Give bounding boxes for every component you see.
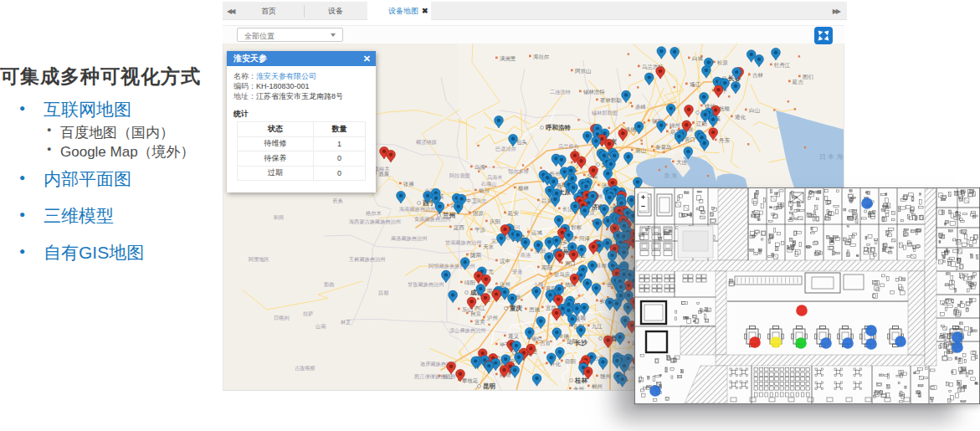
svg-text:运城: 运城	[531, 229, 542, 235]
svg-text:乌海市: 乌海市	[487, 174, 503, 181]
svg-text:白山: 白山	[749, 107, 760, 113]
svg-text:松原: 松原	[717, 59, 728, 65]
svg-text:营口: 营口	[685, 136, 695, 143]
svg-text:图们: 图们	[803, 74, 813, 80]
svg-text:锡林郭勒盟: 锡林郭勒盟	[591, 110, 618, 116]
svg-text:吴忠: 吴忠	[476, 198, 487, 203]
svg-text:赣州: 赣州	[600, 373, 611, 379]
svg-text:泸州: 泸州	[487, 315, 498, 321]
svg-text:吉首: 吉首	[540, 340, 551, 346]
svg-text:林芝: 林芝	[340, 319, 351, 326]
svg-text:天水: 天水	[483, 244, 494, 249]
svg-text:银川: 银川	[478, 187, 490, 193]
svg-text:吉林: 吉林	[752, 72, 763, 79]
svg-text:唐山: 唐山	[635, 147, 646, 154]
svg-text:汉中: 汉中	[500, 258, 511, 264]
svg-text:阿尔山: 阿尔山	[575, 68, 592, 74]
svg-text:阿拉善盟: 阿拉善盟	[449, 172, 470, 179]
svg-text:昌都: 昌都	[378, 290, 388, 296]
svg-text:酒泉: 酒泉	[378, 171, 389, 177]
svg-text:平凉: 平凉	[475, 227, 485, 233]
svg-text:秦皇岛: 秦皇岛	[655, 144, 671, 150]
svg-text:日 本 海: 日 本 海	[819, 153, 843, 161]
svg-text:海拉尔: 海拉尔	[533, 54, 550, 60]
svg-text:南阳: 南阳	[541, 264, 552, 271]
svg-text:凉山彝族自治州: 凉山彝族自治州	[449, 327, 485, 334]
svg-text:邯郸: 邯郸	[571, 224, 582, 230]
svg-text:巴彦淖尔: 巴彦淖尔	[495, 146, 517, 152]
svg-text:郴州: 郴州	[592, 383, 603, 389]
svg-text:丹东: 丹东	[719, 137, 730, 144]
svg-text:渤 海: 渤 海	[664, 172, 677, 179]
svg-text:海南藏族自治州: 海南藏族自治州	[399, 206, 435, 213]
svg-text:乌兰察布: 乌兰察布	[558, 143, 579, 149]
svg-text:若羌: 若羌	[332, 198, 343, 204]
svg-text:大理: 大理	[448, 390, 459, 391]
svg-text:白城: 白城	[692, 55, 703, 61]
svg-text:绵阳: 绵阳	[464, 280, 475, 286]
svg-text:大连: 大连	[676, 159, 687, 166]
svg-text:延吉: 延吉	[792, 79, 803, 85]
svg-text:玉树藏族自治州: 玉树藏族自治州	[348, 256, 385, 263]
svg-text:达州: 达州	[500, 281, 511, 287]
svg-text:张掖: 张掖	[403, 181, 414, 187]
svg-text:定西: 定西	[454, 224, 464, 231]
svg-text:果洛藏族自治州: 果洛藏族自治州	[391, 235, 427, 242]
svg-text:石嘴山: 石嘴山	[480, 181, 497, 187]
svg-text:榆林: 榆林	[518, 185, 529, 191]
svg-text:山南: 山南	[316, 323, 326, 329]
svg-text:延安: 延安	[507, 210, 519, 216]
svg-text:商洛: 商洛	[521, 252, 531, 259]
svg-text:蚌埠: 蚌埠	[596, 263, 607, 269]
svg-text:庆阳: 庆阳	[490, 218, 500, 225]
svg-text:鄂尔多斯: 鄂尔多斯	[508, 168, 530, 175]
svg-text:恩施: 恩施	[529, 306, 540, 312]
svg-text:遵义: 遵义	[508, 333, 519, 340]
svg-text:益阳: 益阳	[567, 338, 577, 345]
svg-text:驻马店: 驻马店	[554, 271, 571, 278]
svg-text:黄南藏族自治州: 黄南藏族自治州	[414, 216, 450, 223]
svg-text:额济纳旗: 额济纳旗	[416, 139, 438, 146]
svg-text:宜宾: 宜宾	[475, 319, 485, 325]
svg-text:重庆: 重庆	[509, 305, 523, 312]
svg-text:阿里地区: 阿里地区	[249, 256, 269, 263]
svg-text:固原: 固原	[473, 210, 484, 217]
svg-text:和田: 和田	[273, 214, 284, 221]
svg-text:昆明: 昆明	[483, 382, 495, 390]
svg-text:桂林: 桂林	[574, 377, 588, 384]
svg-text:古孜喀察: 古孜喀察	[295, 365, 316, 372]
svg-text:那曲: 那曲	[324, 281, 334, 288]
svg-text:安康: 安康	[512, 269, 522, 275]
svg-text:嘉峪关: 嘉峪关	[374, 166, 390, 172]
svg-text:拉萨: 拉萨	[303, 310, 313, 316]
svg-text:海西蒙古族藏族自治州: 海西蒙古族藏族自治州	[349, 218, 401, 225]
svg-text:菏泽: 菏泽	[578, 235, 590, 242]
svg-text:甘孜藏族自治州: 甘孜藏族自治州	[408, 281, 444, 288]
svg-text:甘南藏族自治州: 甘南藏族自治州	[445, 239, 481, 246]
svg-text:赤峰: 赤峰	[635, 104, 646, 110]
svg-text:牡丹江: 牡丹江	[774, 62, 790, 69]
svg-text:邵阳: 邵阳	[565, 358, 576, 365]
svg-text:满洲里: 满洲里	[500, 55, 516, 62]
svg-text:九江: 九江	[592, 323, 603, 330]
svg-text:十堰: 十堰	[533, 281, 543, 287]
svg-text:呼和浩特: 呼和浩特	[546, 124, 572, 131]
svg-text:格尔木: 格尔木	[365, 210, 382, 217]
svg-text:乌海: 乌海	[475, 164, 485, 171]
svg-text:霍林郭勒: 霍林郭勒	[600, 97, 622, 104]
svg-text:锡林浩特: 锡林浩特	[582, 89, 605, 95]
svg-text:永州: 永州	[573, 386, 584, 391]
svg-text:陇南: 陇南	[470, 252, 481, 259]
svg-text:锦州: 锦州	[669, 122, 680, 128]
svg-text:通辽: 通辽	[690, 81, 700, 87]
svg-text:攀枝花: 攀枝花	[462, 377, 479, 384]
svg-text:通化: 通化	[735, 114, 746, 121]
svg-text:怒江傈傈族自治州: 怒江傈傈族自治州	[413, 373, 456, 380]
svg-text:二连浩特: 二连浩特	[550, 89, 572, 95]
svg-text:自贡: 自贡	[470, 310, 481, 317]
svg-text:日喀则: 日喀则	[274, 315, 290, 321]
